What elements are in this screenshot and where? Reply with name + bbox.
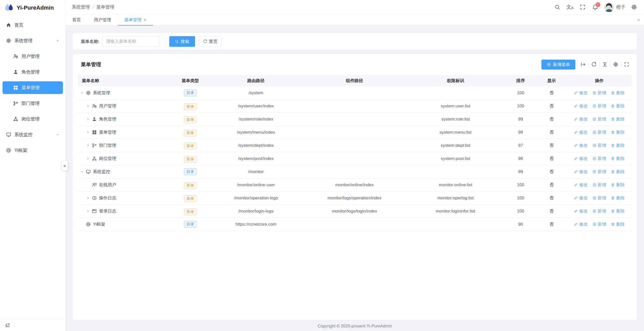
add-link[interactable]: 新增 <box>592 90 606 96</box>
row-expand-right-icon[interactable] <box>86 157 90 160</box>
row-expand-down-icon[interactable] <box>80 91 84 95</box>
add-menu-button[interactable]: 新增菜单 <box>541 60 575 69</box>
tab-1[interactable]: 用户管理 <box>87 14 118 25</box>
user-menu[interactable]: 橙子 <box>602 0 628 14</box>
tab-label: 首页 <box>72 17 81 23</box>
table-row: 在线用户菜单/monitor/online-usermonitor/online… <box>78 178 632 192</box>
delete-link[interactable]: 删除 <box>611 182 625 188</box>
sidebar-item-user[interactable]: 用户管理 <box>3 50 63 63</box>
menu-name: Yi框架 <box>93 221 105 227</box>
edit-link[interactable]: 修改 <box>574 182 588 188</box>
sidebar-collapse-button[interactable]: « <box>62 161 68 170</box>
translate-icon[interactable]: 文A <box>564 0 576 14</box>
app-logo[interactable]: Yi-PureAdmin <box>0 0 65 16</box>
gear-icon[interactable] <box>628 0 640 14</box>
component-path-cell: monitor/online/index <box>303 182 406 187</box>
tabs-overflow-chevron-icon[interactable] <box>637 14 640 26</box>
row-expand-right-icon[interactable] <box>86 130 90 134</box>
sidebar-item-post[interactable]: 岗位管理 <box>3 113 63 125</box>
search-button[interactable]: 搜索 <box>169 36 195 47</box>
fullscreen-icon[interactable] <box>621 61 632 68</box>
delete-link[interactable]: 删除 <box>611 156 625 161</box>
add-link[interactable]: 新增 <box>592 103 606 109</box>
sidebar-item-at[interactable]: Yi框架 <box>3 144 63 157</box>
menu-name: 菜单管理 <box>99 129 116 135</box>
delete-link[interactable]: 删除 <box>611 195 625 201</box>
menu-fold-icon[interactable] <box>5 323 10 328</box>
density-icon[interactable] <box>600 61 610 68</box>
search-panel: 菜单名称: 搜索 重置 <box>73 33 637 50</box>
edit-link[interactable]: 修改 <box>574 195 588 201</box>
plus-circle-icon <box>547 62 551 67</box>
trash-icon <box>611 157 615 161</box>
sort-cell: 98 <box>505 130 536 135</box>
route-path-cell: /monitor/operation-logs <box>209 196 303 201</box>
sidebar-item-gear[interactable]: 系统管理 <box>3 34 63 47</box>
edit-link[interactable]: 修改 <box>574 143 588 148</box>
sidebar-item-monitor[interactable]: 系统监控 <box>3 128 63 141</box>
fullscreen-icon[interactable] <box>576 0 589 14</box>
grid-icon <box>92 130 97 135</box>
edit-link[interactable]: 修改 <box>574 116 588 122</box>
menu-type-tag: 菜单 <box>184 130 197 136</box>
delete-link[interactable]: 删除 <box>611 208 625 214</box>
row-expand-right-icon[interactable] <box>86 144 90 147</box>
tab-0[interactable]: 首页 <box>66 14 87 25</box>
refresh-icon[interactable] <box>589 61 599 68</box>
search-icon[interactable] <box>551 0 564 14</box>
settings-icon[interactable] <box>610 61 621 68</box>
edit-link[interactable]: 修改 <box>574 103 588 109</box>
reset-button[interactable]: 重置 <box>199 36 222 47</box>
delete-link[interactable]: 删除 <box>611 169 625 175</box>
route-path-cell: /monitor <box>209 169 303 174</box>
sidebar-item-role[interactable]: 角色管理 <box>3 66 63 78</box>
permission-cell: system:dept:list <box>406 143 505 148</box>
permission-cell: system:user:list <box>406 104 505 109</box>
add-link[interactable]: 新增 <box>592 182 606 188</box>
delete-link[interactable]: 删除 <box>611 90 625 96</box>
bell-icon[interactable]: 7 <box>589 0 602 14</box>
add-link[interactable]: 新增 <box>592 129 606 135</box>
menu-type-tag: 目录 <box>184 168 197 175</box>
dept-icon <box>13 101 18 106</box>
username: 橙子 <box>616 4 625 10</box>
row-expand-right-icon[interactable] <box>86 209 90 213</box>
app-title: Yi-PureAdmin <box>17 5 54 11</box>
edit-link[interactable]: 修改 <box>574 169 588 175</box>
row-expand-down-icon[interactable] <box>80 170 84 174</box>
tab-close-icon[interactable]: × <box>144 17 146 22</box>
row-expand-right-icon[interactable] <box>86 196 90 200</box>
menu-name-input[interactable] <box>103 36 160 47</box>
window-icon <box>92 209 97 214</box>
edit-link[interactable]: 修改 <box>574 221 588 227</box>
edit-link[interactable]: 修改 <box>574 129 588 135</box>
add-link[interactable]: 新增 <box>592 116 606 122</box>
sidebar-item-home[interactable]: 首页 <box>3 19 63 31</box>
add-link[interactable]: 新增 <box>592 156 606 161</box>
delete-link[interactable]: 删除 <box>611 103 625 109</box>
tab-2[interactable]: 菜单管理× <box>118 14 153 25</box>
row-expand-right-icon[interactable] <box>86 104 90 108</box>
edit-link[interactable]: 修改 <box>574 156 588 161</box>
delete-link[interactable]: 删除 <box>611 221 625 227</box>
add-link[interactable]: 新增 <box>592 143 606 148</box>
sidebar-item-label: 部门管理 <box>21 100 40 106</box>
edit-link[interactable]: 修改 <box>574 90 588 96</box>
sort-cell: 100 <box>505 104 536 109</box>
add-link[interactable]: 新增 <box>592 208 606 214</box>
breadcrumb-item[interactable]: 系统管理 <box>72 4 90 10</box>
add-link[interactable]: 新增 <box>592 169 606 175</box>
add-link[interactable]: 新增 <box>592 221 606 227</box>
history-icon <box>92 196 97 200</box>
menu-name-cell: 在线用户 <box>78 182 171 188</box>
topbar-actions: 文A 7 橙子 <box>551 0 644 14</box>
expand-arrow-icon[interactable] <box>578 61 588 68</box>
sidebar-item-grid[interactable]: 菜单管理 <box>3 81 63 94</box>
delete-link[interactable]: 删除 <box>611 129 625 135</box>
delete-link[interactable]: 删除 <box>611 116 625 122</box>
add-link[interactable]: 新增 <box>592 195 606 201</box>
row-expand-right-icon[interactable] <box>86 117 90 121</box>
edit-link[interactable]: 修改 <box>574 208 588 214</box>
sidebar-item-dept[interactable]: 部门管理 <box>3 97 63 110</box>
delete-link[interactable]: 删除 <box>611 143 625 148</box>
